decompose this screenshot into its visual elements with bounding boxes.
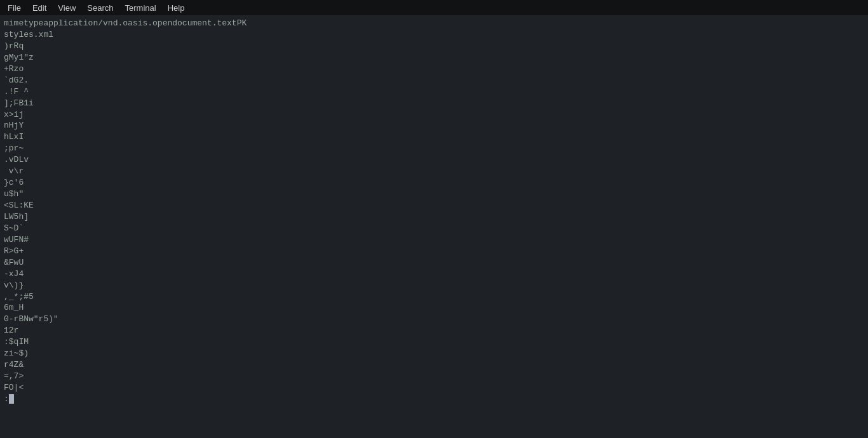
menu-item-terminal[interactable]: Terminal bbox=[120, 2, 161, 14]
terminal-line: mimetypeapplication/vnd.oasis.opendocume… bbox=[4, 18, 864, 29]
terminal-line: ];FB1i bbox=[4, 98, 864, 109]
terminal-line: .vDLv bbox=[4, 154, 864, 166]
terminal-line: =,7> bbox=[4, 371, 864, 382]
terminal-line: }c'6 bbox=[4, 177, 864, 189]
terminal-line: nHjY bbox=[4, 120, 864, 131]
terminal-line: :$qIM bbox=[4, 336, 864, 348]
menu-item-view[interactable]: View bbox=[53, 2, 81, 14]
terminal-line: hLxI bbox=[4, 131, 864, 143]
terminal-line: v\)} bbox=[4, 280, 864, 291]
terminal-line: wUFN# bbox=[4, 234, 864, 246]
menu-item-file[interactable]: File bbox=[3, 2, 26, 14]
terminal-line: LW5h] bbox=[4, 211, 864, 223]
terminal-line: )rRq bbox=[4, 41, 864, 52]
terminal-line: r4Z& bbox=[4, 359, 864, 371]
cursor bbox=[9, 394, 14, 404]
terminal-line: ;pr~ bbox=[4, 143, 864, 154]
menu-item-edit[interactable]: Edit bbox=[27, 2, 51, 14]
terminal-line: 6m_H bbox=[4, 302, 864, 314]
terminal-line: u$h" bbox=[4, 189, 864, 200]
terminal-line: &FwU bbox=[4, 257, 864, 269]
terminal-line: : bbox=[4, 394, 864, 405]
menu-item-help[interactable]: Help bbox=[163, 2, 190, 14]
terminal-area: mimetypeapplication/vnd.oasis.opendocume… bbox=[0, 15, 868, 438]
terminal-line: <SL:KE bbox=[4, 200, 864, 211]
terminal-line: gMy1"z bbox=[4, 52, 864, 63]
terminal-line: styles.xml bbox=[4, 29, 864, 41]
terminal-line: v\r bbox=[4, 166, 864, 177]
terminal-line: +Rzo bbox=[4, 63, 864, 75]
terminal-line: x>ij bbox=[4, 109, 864, 121]
terminal-line: ,_*;#5 bbox=[4, 291, 864, 303]
menu-bar: FileEditViewSearchTerminalHelp bbox=[0, 0, 868, 15]
terminal-line: FO|< bbox=[4, 382, 864, 394]
terminal-line: .!F ^ bbox=[4, 86, 864, 98]
terminal-line: R>G+ bbox=[4, 246, 864, 257]
terminal-line: 12r bbox=[4, 325, 864, 336]
menu-item-search[interactable]: Search bbox=[82, 2, 118, 14]
terminal-line: `dG2. bbox=[4, 75, 864, 86]
terminal-line: zi~$) bbox=[4, 348, 864, 359]
terminal-line: S~D` bbox=[4, 223, 864, 234]
terminal-line: -xJ4 bbox=[4, 269, 864, 280]
terminal-line: 0-rBNw"r5)" bbox=[4, 314, 864, 325]
